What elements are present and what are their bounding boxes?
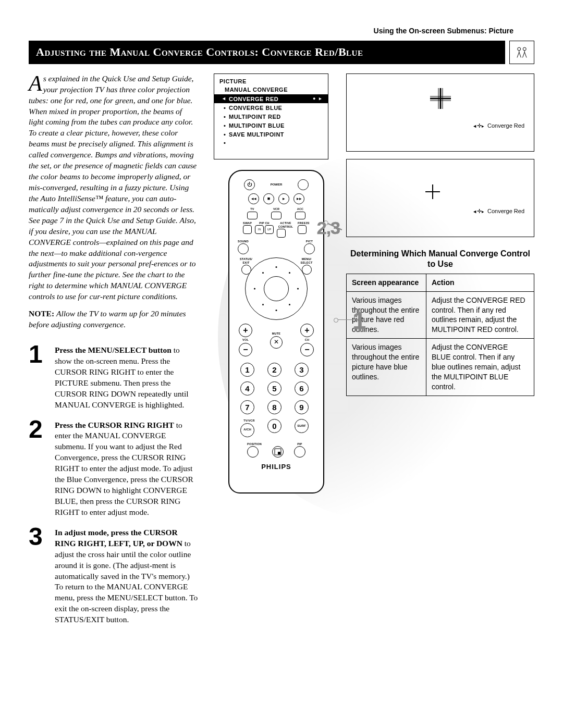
osd-item-multipoint-red: MULTIPOINT RED [214, 112, 328, 121]
vol-up-button[interactable]: + [239, 324, 252, 337]
pict-label: PICT [304, 240, 315, 243]
pip-button[interactable] [294, 446, 305, 458]
pipch-in-button[interactable]: IN [255, 225, 264, 234]
arrow-icon: ✛ [472, 207, 484, 215]
svg-point-1 [523, 47, 526, 51]
stop-button[interactable]: ■ [263, 193, 274, 204]
center-column: PICTURE MANUAL CONVERGE CONVERGE RED CON… [214, 73, 339, 493]
active-label: ACTIVE CONTROL [277, 221, 295, 229]
step-body: Press the CURSOR RING RIGHT to enter the… [55, 418, 198, 518]
table-row: Various images throughout the entire pic… [347, 339, 534, 396]
play-button[interactable]: ▸ [278, 193, 289, 204]
determine-table: Screen appearance Action Various images … [346, 274, 534, 396]
num-3-button[interactable]: 3 [295, 363, 309, 377]
menu-select-button[interactable] [302, 265, 312, 275]
acc-button[interactable] [295, 212, 305, 219]
vcr-button[interactable] [271, 212, 282, 219]
num-5-button[interactable]: 5 [267, 381, 282, 396]
num-1-button[interactable]: 1 [240, 363, 254, 377]
table-title: Determining Which Manual Converge Contro… [346, 249, 534, 269]
step-rest: to show the on-screen menu. Press the CU… [55, 346, 189, 409]
table-cell-screen: Various images throughout the entire pic… [347, 339, 426, 396]
num-9-button[interactable]: 9 [295, 400, 309, 414]
step-body: In adjust mode, press the CURSOR RING RI… [55, 525, 198, 625]
standby-button[interactable]: ⏻ [244, 179, 255, 190]
osd-item-save-multipoint: SAVE MULTIPOINT [214, 130, 328, 139]
power-button[interactable] [298, 179, 309, 190]
pipch-label: PIP CH [255, 221, 274, 225]
vol-label: VOL [242, 338, 249, 342]
position-label: POSITION [247, 442, 262, 446]
position-button[interactable] [247, 446, 259, 458]
num-2-button[interactable]: 2 [267, 363, 282, 377]
table-cell-action: Adjust the CONVERGE BLUE control. Then i… [426, 339, 534, 396]
dropcap: A [29, 73, 43, 93]
ffwd-button[interactable]: ▸▸ [293, 193, 304, 204]
num-6-button[interactable]: 6 [295, 381, 309, 396]
active-button[interactable] [277, 229, 286, 238]
tv-label: TV [247, 207, 258, 211]
section-header: Using the On-screen Submenus: Picture [29, 26, 534, 35]
osd-title: PICTURE [214, 78, 328, 86]
converge-people-icon [514, 44, 530, 60]
status-label: STATUS/ EXIT [236, 257, 256, 265]
pict-button[interactable] [304, 243, 315, 254]
tv-button[interactable] [247, 212, 258, 219]
ch-up-button[interactable]: + [300, 324, 314, 337]
svg-rect-5 [278, 452, 280, 454]
converge-text: Converge Red [487, 122, 524, 129]
surf-button[interactable]: SURF [295, 419, 309, 433]
pipch-up-button[interactable]: UP [265, 225, 274, 234]
ok-button[interactable] [264, 276, 289, 301]
mute-button[interactable]: ✕ [270, 336, 283, 349]
sound-button[interactable] [238, 243, 249, 254]
step-number: 3 [29, 525, 50, 625]
pip-label: PIP [294, 442, 305, 446]
ch-down-button[interactable]: − [300, 343, 314, 356]
swap-button[interactable] [243, 225, 252, 234]
num-8-button[interactable]: 8 [267, 400, 282, 414]
left-column: As explained in the Quick Use and Setup … [29, 73, 198, 633]
note-paragraph: NOTE: Allow the TV to warm up for 20 min… [29, 309, 198, 330]
freeze-label: FREEZE [298, 221, 310, 225]
callout-1: 1 [352, 305, 366, 337]
converge-label: ✛ Converge Red [472, 207, 524, 215]
table-cell-action: Adjust the CONVERGE RED control. Then if… [426, 291, 534, 339]
osd-item-label: CONVERGE RED [229, 95, 278, 103]
svg-point-0 [518, 47, 521, 51]
brand-label: PHILIPS [235, 463, 318, 472]
osd-subtitle: MANUAL CONVERGE [214, 86, 328, 94]
converge-label: ✛ Converge Red [472, 122, 524, 130]
osd-menu: PICTURE MANUAL CONVERGE CONVERGE RED CON… [214, 73, 328, 160]
vcr-label: VCR [271, 207, 282, 211]
freeze-button[interactable] [298, 225, 307, 234]
vol-down-button[interactable]: − [239, 343, 252, 356]
title-icon [509, 41, 534, 64]
title-row: Adjusting the Manual Converge Controls: … [29, 41, 534, 64]
note-label: NOTE: [29, 309, 54, 318]
osd-item-converge-red: CONVERGE RED [214, 94, 328, 103]
menu-label: MENU/ SELECT [296, 257, 317, 265]
status-exit-button[interactable] [241, 265, 251, 275]
remote-control: ⏻ POWER ◂◂ ■ ▸ ▸▸ TV VCR ACC SWAP P [228, 170, 324, 493]
step-number: 1 [29, 343, 50, 411]
table-head-screen: Screen appearance [347, 274, 426, 291]
pip-toggle-button[interactable] [272, 446, 284, 458]
steps-list: 1 Press the MENU/SELECT button to show t… [29, 343, 198, 625]
cross-icon [429, 87, 452, 110]
step-number: 2 [29, 418, 50, 518]
pip-icon [274, 448, 282, 455]
rewind-button[interactable]: ◂◂ [248, 193, 259, 204]
osd-item-multipoint-blue: MULTIPOINT BLUE [214, 121, 328, 130]
num-4-button[interactable]: 4 [240, 381, 254, 396]
power-label: POWER [271, 183, 283, 187]
arrow-icon: ✛ [472, 122, 484, 130]
cross-icon [424, 183, 442, 201]
table-row: Various images throughout the entire pic… [347, 291, 534, 339]
step-lead: Press the CURSOR RING RIGHT [55, 421, 174, 429]
intro-text: s explained in the Quick Use and Setup G… [29, 74, 197, 301]
num-0-button[interactable]: 0 [267, 419, 282, 433]
sound-label: SOUND [238, 240, 249, 243]
ach-button[interactable]: A/CH [240, 423, 254, 437]
num-7-button[interactable]: 7 [240, 400, 254, 414]
